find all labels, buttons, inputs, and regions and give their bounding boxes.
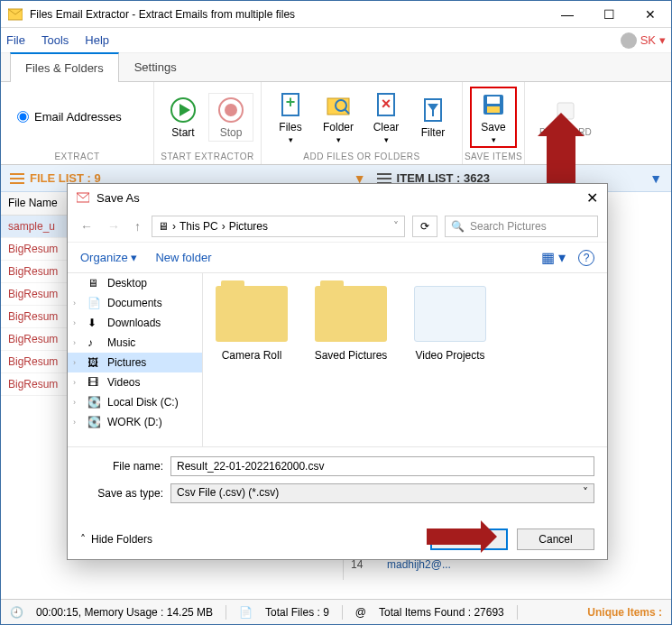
play-icon bbox=[169, 96, 198, 124]
forward-button[interactable]: → bbox=[104, 219, 124, 234]
organize-menu[interactable]: Organize ▾ bbox=[80, 251, 137, 264]
app-icon bbox=[8, 7, 23, 22]
tree-node-pictures[interactable]: ›🖼Pictures bbox=[68, 353, 202, 372]
save-type-select[interactable]: Csv File (.csv) (*.csv)˅ bbox=[170, 483, 594, 503]
stop-label: Stop bbox=[220, 126, 243, 139]
status-total-files: Total Files : 9 bbox=[265, 606, 329, 619]
new-folder-button[interactable]: New folder bbox=[155, 251, 211, 264]
filter-icon bbox=[419, 96, 447, 124]
minimize-button[interactable]: — bbox=[547, 1, 588, 28]
dialog-fields: File name: Save as type: Csv File (.csv)… bbox=[68, 447, 607, 519]
folder-tree[interactable]: 🖥Desktop ›📄Documents ›⬇Downloads ›♪Music… bbox=[68, 273, 203, 446]
help-button[interactable]: ? bbox=[578, 250, 594, 266]
dialog-title: Save As bbox=[97, 191, 140, 205]
save-button[interactable]: Save▾ bbox=[470, 87, 517, 148]
tree-node-local-c[interactable]: ›💽Local Disk (C:) bbox=[68, 392, 202, 412]
radio-input[interactable] bbox=[17, 111, 29, 123]
status-unique: Unique Items : bbox=[587, 606, 662, 619]
start-label: Start bbox=[171, 126, 194, 139]
breadcrumb-root[interactable]: This PC bbox=[180, 220, 218, 233]
maximize-button[interactable]: ☐ bbox=[588, 1, 630, 28]
filename-input[interactable] bbox=[170, 456, 594, 476]
svg-rect-15 bbox=[487, 97, 500, 104]
tree-node-videos[interactable]: ›🎞Videos bbox=[68, 372, 202, 392]
tree-node-work-d[interactable]: ›💽WORK (D:) bbox=[68, 412, 202, 432]
folder-content[interactable]: Camera Roll Saved Pictures Video Project… bbox=[203, 273, 607, 446]
search-icon: 🔍 bbox=[451, 220, 465, 233]
dialog-body: 🖥Desktop ›📄Documents ›⬇Downloads ›♪Music… bbox=[68, 272, 607, 447]
radio-label: Email Addresses bbox=[34, 110, 122, 124]
menu-file[interactable]: File bbox=[6, 33, 25, 47]
menu-help[interactable]: Help bbox=[85, 33, 109, 47]
clear-button[interactable]: × Clear▾ bbox=[364, 88, 408, 146]
file-add-icon: + bbox=[276, 90, 305, 119]
close-button[interactable]: ✕ bbox=[630, 1, 671, 28]
clear-label: Clear bbox=[373, 121, 400, 133]
menu-bar: File Tools Help SK ▾ bbox=[1, 28, 671, 53]
filter-button[interactable]: Filter bbox=[411, 94, 455, 141]
at-icon: @ bbox=[355, 606, 366, 619]
save-label: Save bbox=[481, 121, 505, 133]
folder-search-icon bbox=[324, 90, 353, 119]
group-label-save: SAVE ITEMS bbox=[463, 152, 524, 164]
list-icon bbox=[10, 173, 24, 184]
funnel-icon[interactable]: ▼ bbox=[649, 171, 662, 186]
folder-item[interactable]: Camera Roll bbox=[212, 286, 291, 362]
tree-node-music[interactable]: ›♪Music bbox=[68, 333, 202, 353]
status-bar: 🕘 00:00:15, Memory Usage : 14.25 MB 📄 To… bbox=[1, 599, 671, 624]
svg-marker-2 bbox=[180, 104, 190, 116]
save-as-dialog: Save As ✕ ← → ↑ 🖥 › This PC › Pictures ˅… bbox=[67, 183, 608, 560]
stop-icon bbox=[216, 96, 245, 124]
folder-item[interactable]: Saved Pictures bbox=[311, 286, 391, 362]
group-label-extract: EXTRACT bbox=[1, 152, 153, 164]
tree-node-documents[interactable]: ›📄Documents bbox=[68, 293, 202, 313]
list-icon bbox=[377, 173, 391, 184]
menu-tools[interactable]: Tools bbox=[41, 33, 69, 47]
dialog-close-button[interactable]: ✕ bbox=[586, 189, 598, 207]
view-menu[interactable]: ▦ ▾ bbox=[541, 249, 566, 266]
svg-rect-16 bbox=[487, 106, 500, 113]
group-label-add: ADD FILES OR FOLDERS bbox=[262, 152, 462, 164]
refresh-button[interactable]: ⟳ bbox=[412, 216, 437, 237]
tree-node-desktop[interactable]: 🖥Desktop bbox=[68, 273, 202, 293]
address-bar[interactable]: 🖥 › This PC › Pictures ˅ bbox=[152, 216, 405, 237]
clear-icon: × bbox=[372, 90, 400, 119]
status-total-found: Total Items Found : 27693 bbox=[379, 606, 504, 619]
folder-button[interactable]: Folder▾ bbox=[316, 88, 361, 146]
title-bar: Files Email Extractor - Extract Emails f… bbox=[1, 1, 671, 28]
status-memory: 00:00:15, Memory Usage : 14.25 MB bbox=[36, 606, 213, 619]
tree-node-downloads[interactable]: ›⬇Downloads bbox=[68, 313, 202, 333]
dialog-cancel-button[interactable]: Cancel bbox=[517, 528, 594, 550]
svg-point-4 bbox=[225, 104, 237, 116]
filename-label: File name: bbox=[80, 460, 170, 473]
dialog-nav: ← → ↑ 🖥 › This PC › Pictures ˅ ⟳ 🔍 Searc… bbox=[68, 211, 607, 242]
ribbon-tabs: Files & Folders Settings bbox=[1, 53, 671, 82]
user-name: SK bbox=[640, 33, 656, 47]
search-placeholder: Search Pictures bbox=[470, 220, 547, 233]
files-button[interactable]: + Files▾ bbox=[269, 88, 312, 146]
breadcrumb-folder[interactable]: Pictures bbox=[229, 220, 268, 233]
dialog-title-bar: Save As ✕ bbox=[68, 184, 607, 211]
svg-text:×: × bbox=[382, 95, 391, 113]
annotation-arrow bbox=[427, 528, 481, 545]
stop-button[interactable]: Stop bbox=[208, 93, 253, 142]
search-input[interactable]: 🔍 Search Pictures bbox=[445, 216, 598, 237]
user-icon bbox=[621, 32, 637, 49]
save-icon bbox=[479, 90, 508, 119]
tab-settings[interactable]: Settings bbox=[119, 52, 192, 81]
dialog-footer: ˄Hide Folders Save Cancel bbox=[68, 519, 607, 559]
hide-folders-button[interactable]: ˄Hide Folders bbox=[80, 533, 152, 546]
extract-email-radio[interactable]: Email Addresses bbox=[8, 110, 131, 124]
back-button[interactable]: ← bbox=[77, 219, 97, 234]
files-icon: 📄 bbox=[239, 606, 253, 619]
folder-item[interactable]: Video Projects bbox=[410, 286, 490, 362]
tab-files-folders[interactable]: Files & Folders bbox=[10, 52, 119, 82]
pc-icon: 🖥 bbox=[158, 220, 169, 233]
start-button[interactable]: Start bbox=[161, 94, 205, 141]
dialog-toolbar: Organize ▾ New folder ▦ ▾ ? bbox=[68, 242, 607, 272]
user-menu[interactable]: SK ▾ bbox=[621, 32, 666, 49]
up-button[interactable]: ↑ bbox=[131, 219, 144, 234]
folder-label: Folder bbox=[323, 121, 354, 133]
group-label-extractor: START EXTRACTOR bbox=[154, 152, 261, 164]
window-title: Files Email Extractor - Extract Emails f… bbox=[30, 8, 547, 21]
